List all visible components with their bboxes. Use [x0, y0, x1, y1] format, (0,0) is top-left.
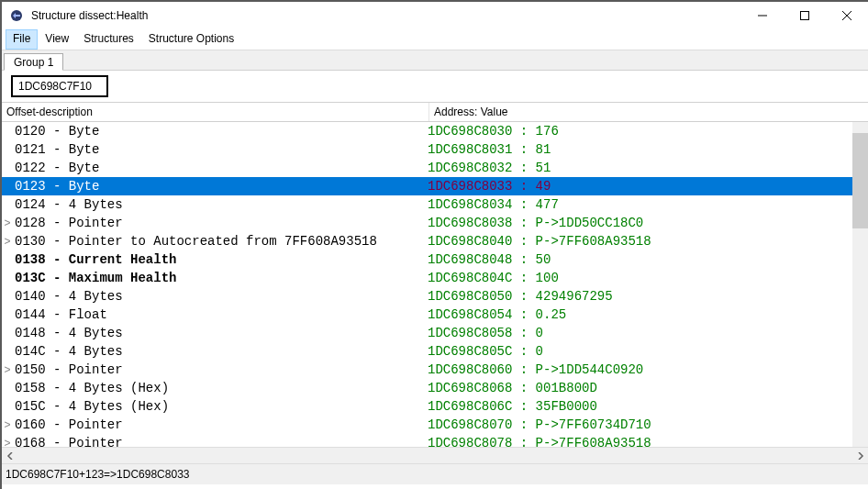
expand-marker[interactable]: > [2, 416, 13, 434]
value-cell: 1DC698C8050 : 4294967295 [428, 287, 868, 306]
tab-group-1[interactable]: Group 1 [4, 53, 63, 71]
offset-cell: 0144 - Float [13, 306, 428, 324]
app-icon [9, 8, 24, 23]
value-cell: 1DC698C8038 : P->1DD50CC18C0 [428, 214, 868, 232]
value-cell: 1DC698C8040 : P->7FF608A93518 [428, 232, 868, 250]
expand-marker [2, 324, 13, 342]
value-cell: 1DC698C805C : 0 [428, 342, 868, 361]
scrollbar-thumb[interactable] [852, 133, 868, 228]
expand-marker [2, 159, 13, 177]
value-cell: 1DC698C8070 : P->7FF60734D710 [428, 416, 868, 434]
structure-list[interactable]: 0120 - Byte1DC698C8030 : 1760121 - Byte1… [2, 122, 868, 447]
offset-cell: 0150 - Pointer [13, 361, 428, 379]
value-cell: 1DC698C8033 : 49 [428, 177, 868, 195]
structure-row[interactable]: 015C - 4 Bytes (Hex)1DC698C806C : 35FB00… [2, 397, 868, 416]
offset-cell: 0140 - 4 Bytes [13, 287, 428, 306]
offset-cell: 0123 - Byte [13, 177, 428, 195]
value-cell: 1DC698C8032 : 51 [428, 159, 868, 177]
menu-structure-options[interactable]: Structure Options [141, 29, 241, 50]
structure-row[interactable]: >0128 - Pointer1DC698C8038 : P->1DD50CC1… [2, 214, 868, 232]
menubar: File View Structures Structure Options [2, 29, 868, 50]
column-header-value[interactable]: Address: Value [429, 103, 868, 121]
structure-row[interactable]: >0160 - Pointer1DC698C8070 : P->7FF60734… [2, 416, 868, 434]
expand-marker [2, 306, 13, 324]
offset-cell: 0130 - Pointer to Autocreated from 7FF60… [13, 232, 428, 250]
value-cell: 1DC698C8058 : 0 [428, 324, 868, 342]
offset-cell: 013C - Maximum Health [13, 269, 428, 287]
close-button[interactable] [826, 2, 868, 29]
structure-row[interactable]: 0140 - 4 Bytes1DC698C8050 : 4294967295 [2, 287, 868, 306]
window-title: Structure dissect:Health [31, 9, 148, 22]
offset-cell: 0120 - Byte [13, 122, 428, 140]
structure-row[interactable]: >0150 - Pointer1DC698C8060 : P->1DD544C0… [2, 361, 868, 379]
expand-marker[interactable]: > [2, 434, 13, 447]
offset-cell: 0121 - Byte [13, 140, 428, 159]
titlebar: Structure dissect:Health [2, 2, 868, 29]
expand-marker [2, 379, 13, 397]
value-cell: 1DC698C8030 : 176 [428, 122, 868, 140]
column-header-offset[interactable]: Offset-description [2, 103, 429, 121]
offset-cell: 0124 - 4 Bytes [13, 195, 428, 214]
value-cell: 1DC698C8034 : 477 [428, 195, 868, 214]
offset-cell: 0138 - Current Health [13, 250, 428, 269]
offset-cell: 0122 - Byte [13, 159, 428, 177]
value-cell: 1DC698C8078 : P->7FF608A93518 [428, 434, 868, 447]
statusbar: 1DC698C7F10+123=>1DC698C8033 [2, 463, 868, 484]
expand-marker[interactable]: > [2, 214, 13, 232]
structure-row[interactable]: 0144 - Float1DC698C8054 : 0.25 [2, 306, 868, 324]
offset-cell: 0160 - Pointer [13, 416, 428, 434]
menu-view[interactable]: View [38, 29, 76, 50]
expand-marker [2, 195, 13, 214]
value-cell: 1DC698C8054 : 0.25 [428, 306, 868, 324]
expand-marker[interactable]: > [2, 361, 13, 379]
horizontal-scrollbar[interactable] [2, 447, 868, 463]
scroll-right-icon[interactable] [852, 448, 868, 463]
expand-marker [2, 177, 13, 195]
structure-row[interactable]: 0148 - 4 Bytes1DC698C8058 : 0 [2, 324, 868, 342]
expand-marker [2, 342, 13, 361]
column-headers: Offset-description Address: Value [2, 103, 868, 122]
offset-cell: 0148 - 4 Bytes [13, 324, 428, 342]
value-cell: 1DC698C8068 : 001B800D [428, 379, 868, 397]
expand-marker[interactable]: > [2, 232, 13, 250]
value-cell: 1DC698C8031 : 81 [428, 140, 868, 159]
expand-marker [2, 122, 13, 140]
base-address-input[interactable] [11, 75, 108, 97]
value-cell: 1DC698C806C : 35FB0000 [428, 397, 868, 416]
structure-row[interactable]: 013C - Maximum Health1DC698C804C : 100 [2, 269, 868, 287]
menu-file[interactable]: File [6, 29, 38, 50]
expand-marker [2, 140, 13, 159]
structure-row[interactable]: 0123 - Byte1DC698C8033 : 49 [2, 177, 868, 195]
value-cell: 1DC698C8060 : P->1DD544C0920 [428, 361, 868, 379]
structure-row[interactable]: 0124 - 4 Bytes1DC698C8034 : 477 [2, 195, 868, 214]
vertical-scrollbar[interactable] [852, 122, 868, 447]
offset-cell: 014C - 4 Bytes [13, 342, 428, 361]
structure-row[interactable]: 0121 - Byte1DC698C8031 : 81 [2, 140, 868, 159]
offset-cell: 015C - 4 Bytes (Hex) [13, 397, 428, 416]
offset-cell: 0168 - Pointer [13, 434, 428, 447]
expand-marker [2, 269, 13, 287]
address-bar [2, 71, 868, 103]
structure-row[interactable]: >0130 - Pointer to Autocreated from 7FF6… [2, 232, 868, 250]
structure-row[interactable]: >0168 - Pointer1DC698C8078 : P->7FF608A9… [2, 434, 868, 447]
expand-marker [2, 397, 13, 416]
value-cell: 1DC698C8048 : 50 [428, 250, 868, 269]
svg-rect-2 [801, 12, 809, 20]
scroll-left-icon[interactable] [2, 448, 17, 463]
structure-row[interactable]: 0122 - Byte1DC698C8032 : 51 [2, 159, 868, 177]
structure-row[interactable]: 0138 - Current Health1DC698C8048 : 50 [2, 250, 868, 269]
offset-cell: 0128 - Pointer [13, 214, 428, 232]
menu-structures[interactable]: Structures [76, 29, 141, 50]
expand-marker [2, 250, 13, 269]
structure-row[interactable]: 0120 - Byte1DC698C8030 : 176 [2, 122, 868, 140]
value-cell: 1DC698C804C : 100 [428, 269, 868, 287]
expand-marker [2, 287, 13, 306]
maximize-button[interactable] [784, 2, 826, 29]
group-tab-strip: Group 1 [2, 50, 868, 71]
offset-cell: 0158 - 4 Bytes (Hex) [13, 379, 428, 397]
minimize-button[interactable] [741, 2, 784, 29]
structure-row[interactable]: 014C - 4 Bytes1DC698C805C : 0 [2, 342, 868, 361]
structure-row[interactable]: 0158 - 4 Bytes (Hex)1DC698C8068 : 001B80… [2, 379, 868, 397]
status-text: 1DC698C7F10+123=>1DC698C8033 [6, 468, 189, 481]
